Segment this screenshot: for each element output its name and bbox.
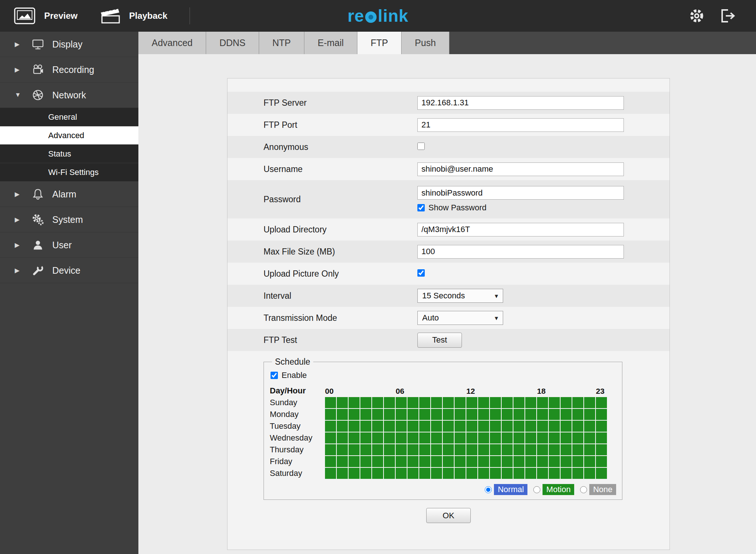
- schedule-cell[interactable]: [502, 432, 513, 443]
- schedule-cell[interactable]: [396, 432, 407, 443]
- schedule-cell[interactable]: [490, 432, 501, 443]
- schedule-cell[interactable]: [407, 397, 418, 408]
- interval-select[interactable]: 15 Seconds ▼: [417, 289, 503, 303]
- schedule-cell[interactable]: [572, 444, 583, 455]
- ok-button[interactable]: OK: [426, 508, 471, 523]
- schedule-cell[interactable]: [337, 432, 348, 443]
- schedule-cell[interactable]: [443, 397, 454, 408]
- schedule-cell[interactable]: [525, 409, 536, 420]
- schedule-cell[interactable]: [455, 444, 466, 455]
- schedule-cell[interactable]: [466, 456, 477, 467]
- schedule-cell[interactable]: [419, 468, 430, 479]
- schedule-cell[interactable]: [513, 444, 524, 455]
- schedule-cell[interactable]: [443, 432, 454, 443]
- schedule-cell[interactable]: [549, 421, 560, 432]
- schedule-cell[interactable]: [572, 468, 583, 479]
- schedule-mode-normal[interactable]: Normal: [485, 484, 527, 495]
- schedule-cell[interactable]: [419, 456, 430, 467]
- schedule-cell[interactable]: [513, 468, 524, 479]
- schedule-cell[interactable]: [502, 456, 513, 467]
- schedule-cell[interactable]: [561, 468, 572, 479]
- schedule-mode-radio-motion[interactable]: [533, 486, 540, 493]
- schedule-cell[interactable]: [537, 432, 548, 443]
- schedule-cell[interactable]: [349, 397, 360, 408]
- show-password-checkbox[interactable]: [417, 204, 425, 211]
- schedule-cell[interactable]: [396, 421, 407, 432]
- schedule-cell[interactable]: [525, 468, 536, 479]
- schedule-cell[interactable]: [349, 421, 360, 432]
- schedule-cell[interactable]: [561, 456, 572, 467]
- schedule-cell[interactable]: [349, 432, 360, 443]
- schedule-cell[interactable]: [525, 421, 536, 432]
- schedule-cell[interactable]: [360, 432, 371, 443]
- schedule-cell[interactable]: [349, 456, 360, 467]
- schedule-cell[interactable]: [478, 432, 489, 443]
- schedule-cell[interactable]: [502, 397, 513, 408]
- schedule-cell[interactable]: [490, 421, 501, 432]
- logout-icon[interactable]: [720, 8, 735, 23]
- username-input[interactable]: [417, 162, 624, 176]
- sidebar-item-network[interactable]: ▼Network: [0, 83, 138, 108]
- sidebar-subitem-wi-fi-settings[interactable]: Wi-Fi Settings: [0, 163, 138, 182]
- schedule-cell[interactable]: [584, 397, 595, 408]
- sidebar-subitem-status[interactable]: Status: [0, 145, 138, 163]
- ftp-server-input[interactable]: [417, 96, 624, 110]
- schedule-cell[interactable]: [396, 468, 407, 479]
- schedule-cell[interactable]: [525, 456, 536, 467]
- schedule-cell[interactable]: [596, 444, 607, 455]
- nav-preview[interactable]: Preview: [14, 7, 78, 24]
- schedule-cell[interactable]: [466, 409, 477, 420]
- schedule-enable-checkbox[interactable]: [271, 372, 278, 379]
- schedule-cell[interactable]: [419, 397, 430, 408]
- schedule-cell[interactable]: [584, 409, 595, 420]
- nav-playback[interactable]: Playback: [100, 8, 167, 24]
- schedule-cell[interactable]: [466, 397, 477, 408]
- schedule-cell[interactable]: [525, 444, 536, 455]
- schedule-cell[interactable]: [502, 444, 513, 455]
- schedule-cell[interactable]: [396, 456, 407, 467]
- schedule-cell[interactable]: [384, 421, 395, 432]
- schedule-cell[interactable]: [372, 397, 383, 408]
- schedule-cell[interactable]: [419, 444, 430, 455]
- schedule-cell[interactable]: [537, 444, 548, 455]
- schedule-cell[interactable]: [384, 397, 395, 408]
- schedule-cell[interactable]: [478, 409, 489, 420]
- schedule-cell[interactable]: [490, 409, 501, 420]
- schedule-cell[interactable]: [325, 432, 336, 443]
- schedule-cell[interactable]: [443, 421, 454, 432]
- schedule-cell[interactable]: [584, 468, 595, 479]
- schedule-cell[interactable]: [431, 468, 442, 479]
- schedule-cell[interactable]: [396, 409, 407, 420]
- schedule-cell[interactable]: [337, 409, 348, 420]
- schedule-cell[interactable]: [466, 468, 477, 479]
- schedule-cell[interactable]: [360, 397, 371, 408]
- schedule-cell[interactable]: [537, 456, 548, 467]
- sidebar-subitem-advanced[interactable]: Advanced: [0, 126, 138, 145]
- sidebar-subitem-general[interactable]: General: [0, 108, 138, 126]
- schedule-cell[interactable]: [360, 409, 371, 420]
- schedule-cell[interactable]: [561, 409, 572, 420]
- schedule-cell[interactable]: [384, 409, 395, 420]
- schedule-cell[interactable]: [549, 468, 560, 479]
- schedule-cell[interactable]: [419, 421, 430, 432]
- schedule-cell[interactable]: [596, 468, 607, 479]
- schedule-cell[interactable]: [407, 432, 418, 443]
- schedule-cell[interactable]: [337, 444, 348, 455]
- schedule-cell[interactable]: [349, 468, 360, 479]
- schedule-cell[interactable]: [325, 468, 336, 479]
- ftp-port-input[interactable]: [417, 118, 624, 132]
- schedule-cell[interactable]: [549, 456, 560, 467]
- ftp-test-button[interactable]: Test: [417, 333, 462, 348]
- schedule-cell[interactable]: [372, 444, 383, 455]
- schedule-cell[interactable]: [466, 444, 477, 455]
- schedule-mode-radio-normal[interactable]: [485, 486, 492, 493]
- schedule-cell[interactable]: [407, 421, 418, 432]
- schedule-mode-motion[interactable]: Motion: [533, 484, 574, 495]
- schedule-cell[interactable]: [431, 421, 442, 432]
- schedule-cell[interactable]: [584, 456, 595, 467]
- schedule-cell[interactable]: [360, 468, 371, 479]
- schedule-cell[interactable]: [549, 432, 560, 443]
- schedule-cell[interactable]: [537, 397, 548, 408]
- schedule-cell[interactable]: [549, 444, 560, 455]
- schedule-cell[interactable]: [325, 444, 336, 455]
